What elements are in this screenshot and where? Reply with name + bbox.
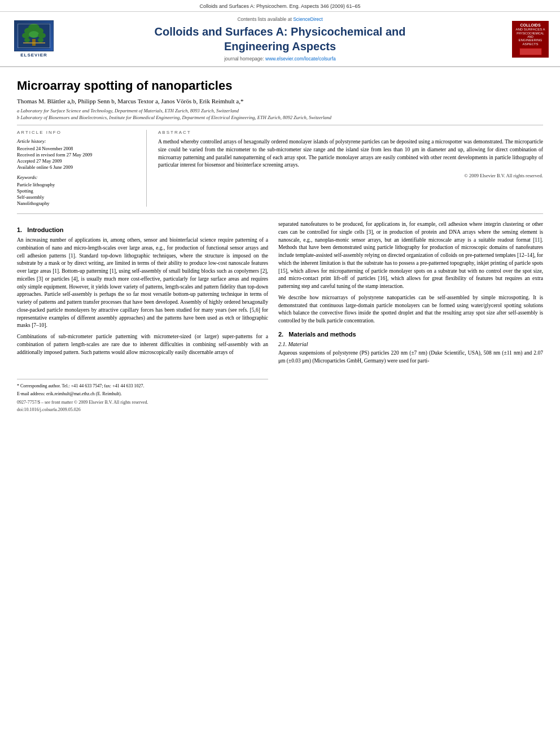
article-info-col: ARTICLE INFO Article history: Received 2… — [17, 130, 147, 207]
svg-rect-0 — [19, 23, 50, 49]
svg-rect-7 — [32, 39, 36, 46]
revised-date: Received in revised form 27 May 2009 — [17, 152, 138, 158]
email-footnote: E-mail address: erik.reimhult@mat.ethz.c… — [17, 391, 268, 397]
logo-line3: PHYSICOCHEMICAL AND — [514, 32, 546, 38]
journal-citation-bar: Colloids and Surfaces A: Physicochem. En… — [0, 0, 560, 12]
doi-line: doi:10.1016/j.colsurfa.2009.05.026 — [17, 407, 268, 413]
history-label: Article history: — [17, 138, 138, 144]
homepage-label: journal homepage: — [224, 56, 264, 62]
keyword-1: Particle lithography — [17, 182, 138, 187]
elsevier-logo-left: ELSEVIER — [11, 20, 56, 58]
copyright-line: © 2009 Elsevier B.V. All rights reserved… — [158, 173, 543, 178]
authors-line: Thomas M. Blättler a,b, Philipp Senn b, … — [17, 98, 543, 104]
homepage-url[interactable]: www.elsevier.com/locate/colsurfa — [265, 56, 336, 62]
abstract-col: ABSTRACT A method whereby controlled arr… — [158, 130, 543, 207]
svg-point-8 — [24, 38, 30, 42]
right-paragraph1: separated nanofeatures to be produced, f… — [278, 221, 543, 291]
material-paragraph: Aqueous suspensions of polystyrene (PS) … — [278, 350, 543, 365]
section2-label: Materials and methods — [288, 331, 356, 338]
article-info-header: ARTICLE INFO — [17, 130, 138, 135]
journal-title-line2: Engineering Aspects — [224, 40, 336, 53]
keyword-3: Self-assembly — [17, 194, 138, 200]
subsection2-1-title: 2.1. Material — [278, 341, 543, 347]
sciencedirect-link[interactable]: ScienceDirect — [293, 16, 322, 22]
svg-point-4 — [22, 33, 30, 38]
main-right-col: separated nanofeatures to be produced, f… — [278, 221, 543, 414]
citation-text: Colloids and Surfaces A: Physicochem. En… — [199, 3, 360, 9]
separator-before-main — [17, 213, 543, 214]
journal-logo-right: COLLOIDS AND SURFACES A PHYSICOCHEMICAL … — [504, 21, 549, 58]
svg-point-6 — [38, 33, 46, 38]
keyword-4: Nanolithography — [17, 200, 138, 206]
info-abstract-columns: ARTICLE INFO Article history: Received 2… — [17, 130, 543, 207]
received-date: Received 24 November 2008 — [17, 146, 138, 151]
keyword-2: Spotting — [17, 188, 138, 194]
journal-header: ELSEVIER Contents lists available at Sci… — [0, 12, 560, 67]
section2-number: 2. — [278, 331, 283, 338]
article-main-columns: 1. Introduction An increasing number of … — [17, 221, 543, 414]
svg-point-2 — [24, 28, 33, 34]
footnotes-area: * Corresponding author. Tel.: +41 44 633… — [17, 379, 268, 413]
article-title: Microarray spotting of nanoparticles — [17, 78, 543, 93]
logo-line2: AND SURFACES A — [515, 28, 545, 32]
keywords-list: Particle lithography Spotting Self-assem… — [17, 182, 138, 206]
main-left-col: 1. Introduction An increasing number of … — [17, 221, 268, 414]
keywords-label: Keywords: — [17, 174, 138, 180]
abstract-header: ABSTRACT — [158, 130, 543, 135]
svg-point-9 — [38, 38, 43, 42]
accepted-date: Accepted 27 May 2009 — [17, 158, 138, 164]
contents-text: Contents lists available at — [237, 16, 291, 22]
affiliation-b: b Laboratory of Biosensors and Bioelectr… — [17, 115, 543, 120]
corresponding-footnote: * Corresponding author. Tel.: +41 44 633… — [17, 383, 268, 389]
logo-line1: COLLOIDS — [520, 23, 540, 28]
logo-line5: ASPECTS — [522, 42, 538, 46]
logo-line4: ENGINEERING — [518, 38, 542, 42]
issn-line: 0927-7757/$ – see front matter © 2009 El… — [17, 399, 268, 405]
page: Colloids and Surfaces A: Physicochem. En… — [0, 0, 560, 747]
article-history: Article history: Received 24 November 20… — [17, 138, 138, 170]
svg-point-3 — [34, 28, 43, 34]
elsevier-label: ELSEVIER — [20, 53, 47, 58]
journal-homepage: journal homepage: www.elsevier.com/locat… — [62, 56, 498, 62]
affiliation-a: a Laboratory for Surface Science and Tec… — [17, 108, 543, 113]
section2-title: 2. Materials and methods — [278, 331, 543, 338]
abstract-text: A method whereby controlled arrays of he… — [158, 138, 543, 169]
contents-available-line: Contents lists available at ScienceDirec… — [62, 16, 498, 22]
elsevier-tree-image — [14, 20, 54, 51]
keywords-section: Keywords: Particle lithography Spotting … — [17, 174, 138, 206]
intro-section-title: 1. Introduction — [17, 226, 268, 233]
journal-title-area: Contents lists available at ScienceDirec… — [56, 16, 504, 62]
journal-title-line1: Colloids and Surfaces A: Physicochemical… — [155, 25, 406, 38]
intro-paragraph1: An increasing number of applications in,… — [17, 237, 268, 330]
journal-main-title: Colloids and Surfaces A: Physicochemical… — [62, 24, 498, 54]
separator-after-affiliations — [17, 125, 543, 125]
intro-paragraph2: Combinations of sub-micrometer particle … — [17, 333, 268, 356]
right-paragraph2: We describe how microarrays of polystyre… — [278, 294, 543, 325]
intro-number: 1. — [17, 226, 22, 233]
journal-logo-box: COLLOIDS AND SURFACES A PHYSICOCHEMICAL … — [512, 21, 549, 58]
article-body: Microarray spotting of nanoparticles Tho… — [0, 67, 560, 420]
svg-point-5 — [29, 31, 39, 38]
svg-point-1 — [28, 24, 40, 32]
intro-title: Introduction — [27, 226, 63, 233]
available-date: Available online 6 June 2009 — [17, 164, 138, 170]
